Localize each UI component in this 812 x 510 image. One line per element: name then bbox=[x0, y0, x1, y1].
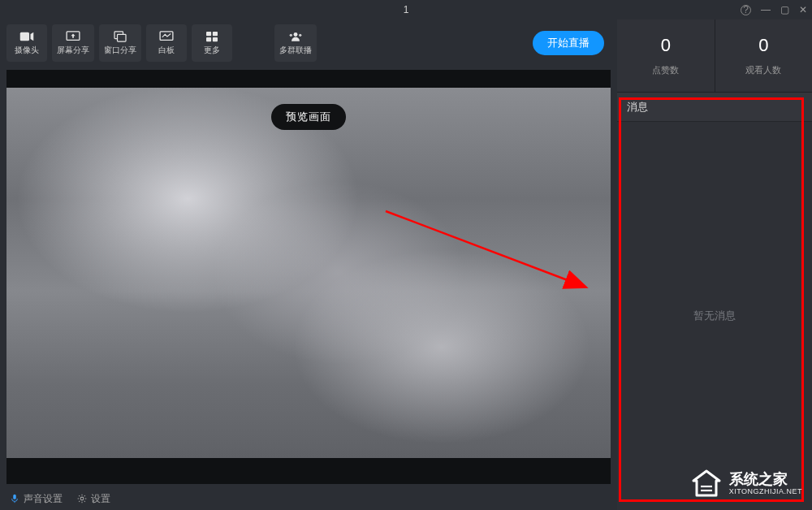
svg-rect-0 bbox=[20, 32, 29, 41]
more-icon bbox=[205, 31, 219, 42]
svg-rect-7 bbox=[206, 37, 211, 41]
svg-point-9 bbox=[294, 32, 298, 37]
gear-icon bbox=[77, 494, 87, 504]
multi-group-label: 多群联播 bbox=[279, 45, 312, 56]
camera-button[interactable]: 摄像头 bbox=[6, 24, 47, 62]
whiteboard-label: 白板 bbox=[158, 45, 175, 56]
right-panel: 0 点赞数 0 观看人数 消息 暂无消息 bbox=[617, 19, 812, 510]
toolbar: 摄像头 屏幕分享 窗口分享 白板 更多 多群联播 bbox=[0, 19, 617, 67]
messages-title: 消息 bbox=[627, 100, 648, 115]
mic-icon bbox=[10, 494, 19, 504]
window-share-icon bbox=[113, 31, 127, 42]
svg-rect-5 bbox=[206, 31, 211, 35]
letterbox-top bbox=[6, 70, 611, 88]
whiteboard-icon bbox=[159, 31, 174, 42]
viewers-count: 0 bbox=[758, 35, 768, 56]
screen-share-label: 屏幕分享 bbox=[57, 45, 89, 56]
whiteboard-button[interactable]: 白板 bbox=[146, 24, 187, 62]
svg-point-11 bbox=[299, 33, 301, 36]
more-label: 更多 bbox=[204, 45, 220, 56]
screen-share-icon bbox=[66, 31, 80, 42]
svg-point-14 bbox=[80, 497, 84, 500]
sound-settings-label: 声音设置 bbox=[24, 492, 63, 506]
settings-label: 设置 bbox=[91, 492, 110, 506]
svg-line-21 bbox=[79, 501, 80, 502]
maximize-button[interactable]: ▢ bbox=[780, 4, 789, 15]
camera-icon bbox=[19, 31, 34, 42]
sound-settings-button[interactable]: 声音设置 bbox=[10, 492, 63, 506]
minimize-button[interactable]: — bbox=[761, 4, 771, 15]
messages-header: 消息 bbox=[617, 93, 812, 122]
svg-point-10 bbox=[290, 33, 292, 36]
video-preview: 预览画面 bbox=[6, 88, 611, 458]
titlebar: 1 ? — ▢ ✕ bbox=[0, 0, 812, 19]
stat-viewers: 0 观看人数 bbox=[715, 19, 813, 92]
messages-body: 暂无消息 bbox=[617, 122, 812, 510]
letterbox-bottom bbox=[6, 458, 611, 484]
bottom-bar: 声音设置 设置 bbox=[0, 487, 617, 510]
stat-likes: 0 点赞数 bbox=[617, 19, 715, 92]
multi-group-icon bbox=[288, 31, 303, 42]
svg-line-20 bbox=[84, 501, 85, 502]
svg-rect-8 bbox=[213, 37, 218, 41]
start-live-button[interactable]: 开始直播 bbox=[533, 31, 604, 55]
viewers-label: 观看人数 bbox=[745, 64, 781, 76]
more-button[interactable]: 更多 bbox=[192, 24, 232, 62]
svg-line-19 bbox=[79, 495, 80, 496]
svg-rect-6 bbox=[213, 31, 218, 35]
svg-rect-3 bbox=[118, 34, 127, 41]
window-title: 1 bbox=[404, 4, 409, 15]
likes-label: 点赞数 bbox=[652, 64, 679, 76]
help-icon[interactable]: ? bbox=[741, 5, 751, 15]
messages-empty: 暂无消息 bbox=[693, 309, 736, 323]
settings-button[interactable]: 设置 bbox=[77, 492, 110, 506]
svg-rect-12 bbox=[13, 495, 15, 499]
svg-line-22 bbox=[84, 495, 85, 496]
camera-label: 摄像头 bbox=[15, 45, 39, 56]
video-area: 预览画面 bbox=[6, 70, 611, 484]
main-layout: 摄像头 屏幕分享 窗口分享 白板 更多 多群联播 bbox=[0, 19, 812, 510]
likes-count: 0 bbox=[661, 35, 671, 56]
stats-panel: 0 点赞数 0 观看人数 bbox=[617, 19, 812, 93]
close-button[interactable]: ✕ bbox=[799, 4, 807, 15]
preview-badge: 预览画面 bbox=[271, 104, 346, 130]
multi-group-button[interactable]: 多群联播 bbox=[274, 24, 317, 62]
left-panel: 摄像头 屏幕分享 窗口分享 白板 更多 多群联播 bbox=[0, 19, 617, 510]
screen-share-button[interactable]: 屏幕分享 bbox=[52, 24, 94, 62]
window-controls: ? — ▢ ✕ bbox=[741, 0, 807, 19]
window-share-button[interactable]: 窗口分享 bbox=[99, 24, 141, 62]
window-share-label: 窗口分享 bbox=[104, 45, 136, 56]
